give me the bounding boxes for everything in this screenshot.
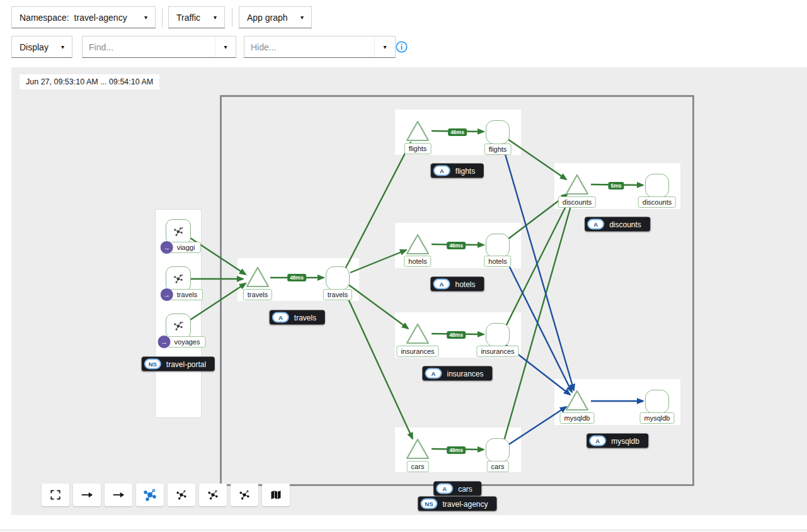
edge-flights-discounts[interactable] bbox=[508, 139, 566, 179]
graph-time-range: Jun 27, 09:53:10 AM ... 09:54:10 AM bbox=[20, 74, 159, 89]
legend-button[interactable] bbox=[262, 484, 290, 506]
edge-cars-discounts[interactable] bbox=[504, 200, 573, 441]
node-label-mysqldb-service[interactable]: mysqldb bbox=[640, 412, 675, 424]
node-label-discounts-service[interactable]: discounts bbox=[638, 196, 676, 208]
app-badge-label: flights bbox=[455, 166, 475, 175]
workload-label-viaggi[interactable]: → viaggi bbox=[160, 241, 201, 254]
app-badge-icon: A bbox=[425, 368, 442, 379]
namespace-badge-travel-agency[interactable]: NS travel-agency bbox=[418, 497, 496, 511]
app-node-insurances[interactable] bbox=[404, 322, 431, 346]
workload-entry-icon: → bbox=[160, 241, 174, 254]
workload-entry-icon: → bbox=[157, 335, 171, 349]
ns-badge-icon: NS bbox=[420, 499, 437, 509]
arrow-right-icon bbox=[80, 490, 94, 500]
node-label-hotels-app[interactable]: hotels bbox=[404, 256, 431, 267]
layout-graph-icon bbox=[238, 489, 251, 501]
node-label-travels-app[interactable]: travels bbox=[243, 289, 272, 300]
edge-latency-badge: 5ms bbox=[608, 182, 624, 190]
zoom-to-fit-button[interactable] bbox=[42, 484, 69, 506]
service-node-hotels[interactable] bbox=[486, 234, 510, 258]
app-badge-icon: A bbox=[272, 312, 289, 323]
edge-travels-cars[interactable] bbox=[343, 288, 413, 439]
node-label-cars-app[interactable]: cars bbox=[407, 461, 429, 472]
edge-latency-badge: 46ms bbox=[448, 128, 467, 136]
app-node-hotels[interactable] bbox=[404, 232, 431, 256]
service-node-cars[interactable] bbox=[486, 438, 510, 462]
node-label-insurances-service[interactable]: insurances bbox=[476, 346, 518, 357]
edge-latency-badge: 48ms bbox=[447, 331, 466, 339]
app-badge-label: hotels bbox=[455, 280, 475, 288]
workload-label-travels[interactable]: → travels bbox=[160, 288, 203, 302]
edge-hotels-mysqldb[interactable] bbox=[504, 256, 572, 392]
service-node-insurances[interactable] bbox=[486, 323, 510, 347]
service-mesh-icon bbox=[173, 273, 184, 285]
legend-map-icon bbox=[270, 489, 282, 501]
app-badge-cars[interactable]: A cars bbox=[433, 482, 481, 496]
app-badge-hotels[interactable]: A hotels bbox=[430, 277, 484, 291]
node-label-insurances-app[interactable]: insurances bbox=[396, 346, 438, 357]
app-node-flights[interactable] bbox=[404, 119, 431, 143]
edge-travels-flights[interactable] bbox=[345, 142, 411, 269]
namespace-badge-travel-portal[interactable]: NS travel-portal bbox=[142, 357, 215, 371]
app-node-discounts[interactable] bbox=[564, 173, 590, 196]
graph-hide-button[interactable] bbox=[73, 484, 101, 506]
app-badge-label: travels bbox=[294, 313, 316, 322]
app-node-cars[interactable] bbox=[404, 437, 431, 461]
edge-latency-badge: 46ms bbox=[447, 242, 466, 249]
namespace-badge-label: travel-portal bbox=[166, 359, 206, 368]
layout-default-button-active[interactable] bbox=[136, 484, 164, 506]
app-badge-flights[interactable]: A flights bbox=[431, 164, 484, 178]
app-badge-mysqldb[interactable]: A mysqldb bbox=[587, 434, 648, 448]
layout-graph-icon-active bbox=[142, 487, 157, 502]
app-badge-insurances[interactable]: A insurances bbox=[422, 366, 492, 381]
app-badge-icon: A bbox=[433, 166, 450, 176]
service-node-mysqldb[interactable] bbox=[645, 390, 669, 414]
layout-2-button[interactable] bbox=[199, 484, 227, 506]
node-label-cars-service[interactable]: cars bbox=[487, 461, 509, 472]
zoom-to-fit-icon bbox=[49, 489, 62, 501]
service-node-flights[interactable] bbox=[486, 120, 510, 144]
app-badge-label: insurances bbox=[447, 369, 483, 378]
layout-graph-icon bbox=[175, 489, 188, 501]
app-badge-label: mysqldb bbox=[611, 436, 639, 445]
app-badge-travels[interactable]: A travels bbox=[270, 310, 325, 325]
node-label-flights-app[interactable]: flights bbox=[404, 143, 432, 154]
edge-travels-insurances[interactable] bbox=[348, 285, 408, 329]
app-badge-discounts[interactable]: A discounts bbox=[585, 217, 650, 232]
app-badge-icon: A bbox=[587, 219, 604, 230]
edge-cars-mysqldb[interactable] bbox=[508, 407, 566, 445]
arrow-right-icon bbox=[112, 490, 125, 500]
app-node-mysqldb[interactable] bbox=[564, 388, 590, 412]
app-node-travels[interactable] bbox=[244, 265, 271, 289]
node-label-discounts-app[interactable]: discounts bbox=[558, 196, 596, 208]
ns-badge-icon: NS bbox=[144, 359, 161, 370]
node-label-travels-service[interactable]: travels bbox=[323, 289, 352, 300]
service-mesh-icon bbox=[173, 226, 184, 237]
app-badge-label: cars bbox=[458, 484, 472, 493]
kiali-graph-page: Namespace: travel-agency ▾ Traffic ▾ App… bbox=[0, 0, 807, 532]
node-label-flights-service[interactable]: flights bbox=[484, 144, 512, 155]
node-label-mysqldb-app[interactable]: mysqldb bbox=[560, 412, 595, 424]
service-node-discounts[interactable] bbox=[645, 174, 669, 198]
edge-latency-badge: 49ms bbox=[447, 446, 466, 454]
layout-1-button[interactable] bbox=[168, 484, 195, 506]
app-badge-icon: A bbox=[433, 279, 450, 290]
workload-entry-icon: → bbox=[160, 288, 174, 302]
namespace-badge-label: travel-agency bbox=[442, 499, 488, 508]
node-label-hotels-service[interactable]: hotels bbox=[484, 256, 511, 267]
edge-latency-badge: 48ms bbox=[287, 274, 306, 281]
graph-traffic-button[interactable] bbox=[105, 484, 132, 506]
app-badge-icon: A bbox=[589, 436, 606, 446]
workload-label-voyages[interactable]: → voyages bbox=[157, 335, 206, 349]
layout-graph-icon bbox=[207, 489, 219, 501]
edge-travels-hotels[interactable] bbox=[350, 250, 406, 273]
app-badge-label: discounts bbox=[609, 220, 641, 229]
service-node-travels[interactable] bbox=[326, 266, 350, 290]
layout-3-button[interactable] bbox=[231, 484, 258, 506]
service-mesh-icon bbox=[173, 320, 184, 332]
app-badge-icon: A bbox=[436, 484, 453, 494]
